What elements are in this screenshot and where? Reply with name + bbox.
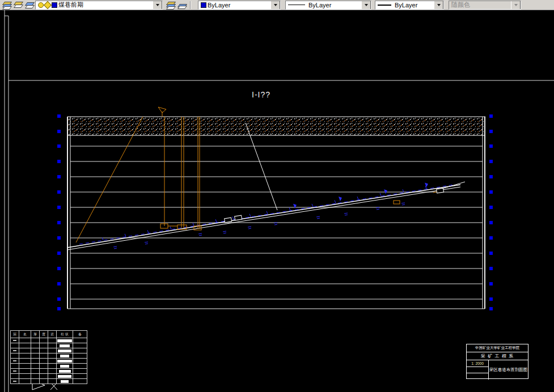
strata-cell — [40, 359, 48, 364]
make-layer-current-button[interactable] — [1, 1, 12, 10]
strata-cell — [73, 359, 87, 364]
strata-cell — [57, 338, 73, 343]
current-linetype-value: ByLayer — [308, 2, 331, 8]
strata-cell — [57, 343, 73, 348]
strata-cell — [11, 359, 19, 364]
strata-cell — [31, 364, 40, 369]
strata-cell — [11, 338, 19, 343]
current-layer-name: 煤巷前期 — [58, 1, 83, 9]
strata-cell — [73, 348, 87, 353]
strata-cell — [40, 369, 48, 374]
layer-previous-button[interactable] — [24, 1, 35, 10]
title-block-cell — [467, 367, 488, 374]
strata-cell — [57, 379, 73, 384]
strata-cell — [57, 369, 73, 374]
strata-row — [11, 348, 87, 353]
strata-cell — [19, 353, 31, 359]
strata-cell — [40, 343, 48, 348]
drawing-scale: 1: 2000 — [467, 360, 488, 367]
strata-cell — [57, 374, 73, 379]
strata-cell — [48, 369, 57, 374]
strata-cell — [40, 364, 48, 369]
strata-cell — [48, 379, 57, 384]
institute-name: 中国矿业大学矿业工程学院 — [467, 344, 528, 352]
strata-cell — [73, 338, 87, 343]
strata-header-cell: 备 — [73, 331, 87, 338]
layer-states-button[interactable] — [176, 1, 188, 10]
linetype-combo-arrow[interactable] — [361, 1, 371, 10]
strata-cell — [11, 353, 19, 359]
strata-cell — [11, 343, 19, 348]
linetype-combo[interactable]: ByLayer — [285, 1, 371, 10]
strata-cell — [48, 343, 57, 348]
strata-cell — [19, 348, 31, 353]
strata-row — [11, 374, 87, 379]
strata-cell — [73, 364, 87, 369]
strata-row — [11, 353, 87, 359]
strata-cell — [73, 374, 87, 379]
strata-cell — [73, 353, 87, 359]
section-boundaries — [67, 117, 485, 309]
strata-cell — [31, 369, 40, 374]
toolbar-separator — [190, 1, 191, 9]
section-label: I-I?? — [252, 90, 270, 99]
strata-cell — [31, 348, 40, 353]
shafts-and-leaders — [76, 107, 441, 242]
layer-properties-button[interactable] — [12, 1, 24, 10]
plot-style-combo-arrow — [511, 1, 521, 10]
strata-cell — [48, 364, 57, 369]
strata-cell — [57, 348, 73, 353]
layer-combo[interactable]: 煤巷前期 — [35, 1, 163, 10]
linetype-sample-icon — [288, 5, 305, 5]
strata-cell — [40, 348, 48, 353]
sun-freeze-icon[interactable] — [44, 1, 52, 8]
strata-cell — [57, 353, 73, 359]
layer-color-swatch — [52, 2, 57, 8]
strata-cell — [31, 359, 40, 364]
layer-combo-arrow[interactable] — [153, 1, 162, 10]
strata-lines — [70, 146, 483, 299]
strata-row — [11, 338, 87, 343]
color-combo[interactable]: ByLayer — [198, 1, 281, 10]
current-color-value: ByLayer — [208, 2, 230, 8]
strata-cell — [19, 379, 31, 384]
color-combo-arrow[interactable] — [270, 1, 280, 10]
strata-cell — [11, 369, 19, 374]
strata-cell — [73, 379, 87, 384]
strata-cell — [31, 343, 40, 348]
plot-style-value: 随颜色 — [451, 1, 470, 9]
strata-cell — [11, 374, 19, 379]
strata-cell — [57, 359, 73, 364]
strata-cell — [11, 348, 19, 353]
strata-row — [11, 343, 87, 348]
strata-header-cell: 度 — [40, 331, 48, 338]
strata-cell — [19, 374, 31, 379]
strata-header-cell: 名 — [19, 331, 31, 338]
surface-hatch-band — [67, 117, 485, 135]
strata-cell — [73, 369, 87, 374]
strata-header-cell: 柱 状 — [57, 331, 73, 338]
drawing-canvas[interactable]: I-I?? 层名厚度岩柱 状备 中国矿业大学矿业工程学院 采 矿 工 程 系 1… — [0, 0, 554, 392]
strata-row — [11, 369, 87, 374]
lineweight-combo-arrow[interactable] — [434, 1, 443, 10]
lineweight-sample-icon — [378, 5, 391, 6]
strata-cell — [31, 353, 40, 359]
title-block-cell — [467, 373, 488, 380]
roadway-annotations — [102, 183, 428, 249]
current-color-swatch — [201, 2, 206, 8]
strata-cell — [40, 338, 48, 343]
strata-cell — [19, 359, 31, 364]
department-name: 采 矿 工 程 系 — [467, 352, 528, 360]
strata-cell — [48, 348, 57, 353]
layer-manager-button[interactable] — [165, 1, 176, 10]
strata-cell — [11, 364, 19, 369]
inclined-roadway — [67, 185, 460, 250]
plot-style-combo: 随颜色 — [449, 1, 521, 10]
strata-cell — [11, 379, 19, 384]
strata-cell — [19, 343, 31, 348]
strata-cell — [40, 374, 48, 379]
lineweight-combo[interactable]: ByLayer — [375, 1, 444, 10]
strata-cell — [57, 364, 73, 369]
strata-header-cell: 层 — [11, 331, 19, 338]
strata-row — [11, 379, 87, 384]
